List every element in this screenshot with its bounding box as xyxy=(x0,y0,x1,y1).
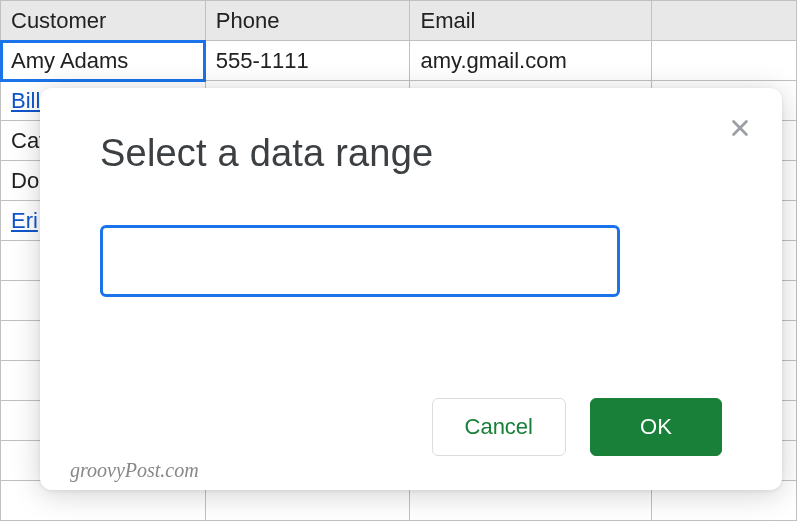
dialog-actions: Cancel OK xyxy=(432,398,722,456)
close-button[interactable] xyxy=(726,116,754,144)
select-data-range-dialog: Select a data range Cancel OK groovyPost… xyxy=(40,88,782,490)
watermark-text: groovyPost.com xyxy=(70,459,199,482)
cell-email-0[interactable]: amy.gmail.com xyxy=(410,41,652,81)
link-customer-1[interactable]: Bill xyxy=(11,88,40,113)
cancel-button[interactable]: Cancel xyxy=(432,398,566,456)
cell-customer-0[interactable]: Amy Adams xyxy=(1,41,206,81)
cell-phone-0[interactable]: 555-1111 xyxy=(205,41,410,81)
header-row: Customer Phone Email xyxy=(1,1,797,41)
header-customer[interactable]: Customer xyxy=(1,1,206,41)
dialog-title: Select a data range xyxy=(100,132,722,175)
close-icon xyxy=(729,117,751,143)
header-email[interactable]: Email xyxy=(410,1,652,41)
data-range-input[interactable] xyxy=(100,225,620,297)
ok-button[interactable]: OK xyxy=(590,398,722,456)
header-blank[interactable] xyxy=(652,1,797,41)
link-customer-4[interactable]: Eri xyxy=(11,208,38,233)
table-row: Amy Adams 555-1111 amy.gmail.com xyxy=(1,41,797,81)
cell-blank-0[interactable] xyxy=(652,41,797,81)
header-phone[interactable]: Phone xyxy=(205,1,410,41)
